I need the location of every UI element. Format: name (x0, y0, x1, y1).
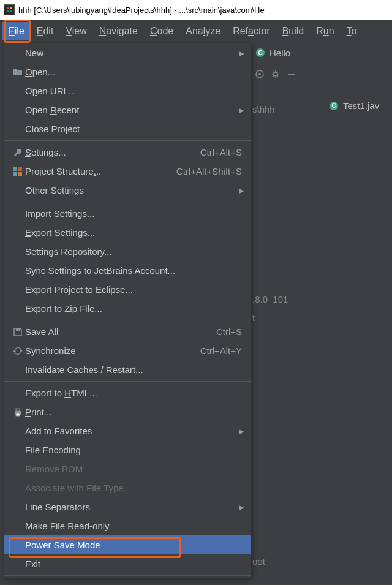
structure-icon (10, 167, 25, 176)
menu-item-label: Synchronize (25, 345, 200, 356)
svg-rect-2 (10, 7, 12, 9)
menu-to[interactable]: To (341, 22, 363, 40)
menu-analyze[interactable]: Analyze (179, 22, 227, 40)
svg-rect-3 (7, 10, 9, 12)
bg-jdk-fragment: .8.0_101 (252, 294, 288, 304)
svg-rect-8 (18, 172, 22, 176)
separator (4, 320, 251, 320)
menu-item-label: Power Save Mode (25, 540, 242, 550)
menu-item-make-file-read-only[interactable]: Make File Read-only (4, 516, 251, 535)
wrench-icon (10, 148, 25, 157)
menu-item-file-encoding[interactable]: File Encoding (4, 440, 251, 459)
menu-item-print[interactable]: Print... (4, 402, 251, 421)
menu-item-label: Export to HTML... (25, 388, 242, 398)
svg-rect-5 (13, 167, 17, 171)
folder-icon (10, 67, 25, 77)
menu-item-label: Exit (25, 559, 242, 569)
app-icon (4, 4, 15, 15)
menu-item-sync-settings-to-jetbrains-account[interactable]: Sync Settings to JetBrains Account... (4, 261, 251, 280)
menu-refactor[interactable]: Refactor (227, 22, 276, 40)
submenu-arrow-icon: ▸ (239, 185, 244, 196)
menu-item-label: Export to Zip File... (25, 303, 242, 314)
menu-item-open-url[interactable]: Open URL... (4, 81, 251, 100)
menu-item-open-recent[interactable]: Open Recent▸ (4, 100, 251, 119)
menu-item-label: Export Project to Eclipse... (25, 284, 242, 295)
menu-item-save-all[interactable]: Save AllCtrl+S (4, 322, 251, 341)
title-bar: hhh [C:\Users\lubingyang\IdeaProjects\hh… (0, 0, 392, 20)
menu-item-label: Print... (25, 407, 242, 417)
menu-build[interactable]: Build (276, 22, 311, 40)
tab-test1[interactable]: Test1.jav (343, 100, 379, 111)
menu-bar: FileEditViewNavigateCodeAnalyzeRefactorB… (0, 20, 392, 43)
menu-item-label: Open Recent (25, 105, 242, 115)
svg-rect-4 (10, 10, 12, 12)
gear-icon[interactable] (271, 69, 281, 79)
print-icon (10, 407, 25, 417)
menu-item-label: Invalidate Caches / Restart... (25, 364, 242, 375)
menu-item-label: Other Settings (25, 185, 242, 195)
menu-run[interactable]: Run (310, 22, 340, 40)
svg-rect-1 (7, 7, 9, 9)
editor-area: C Hello C Test1.jav (251, 43, 392, 585)
menu-view[interactable]: View (59, 22, 92, 40)
bg-fragment: t (252, 312, 255, 323)
submenu-arrow-icon: ▸ (239, 426, 244, 437)
menu-item-settings-repository[interactable]: Settings Repository... (4, 242, 251, 261)
menu-item-add-to-favorites[interactable]: Add to Favorites▸ (4, 421, 251, 440)
menu-item-label: Export Settings... (25, 227, 242, 238)
menu-item-label: File Encoding (25, 445, 242, 455)
svg-rect-11 (16, 409, 20, 411)
menu-item-settings[interactable]: Settings...Ctrl+Alt+S (4, 143, 251, 162)
menu-item-power-save-mode[interactable]: Power Save Mode (4, 535, 251, 554)
shortcut: Ctrl+Alt+Shift+S (176, 166, 242, 176)
menu-item-label: Settings Repository... (25, 246, 242, 257)
menu-item-import-settings[interactable]: Import Settings... (4, 204, 251, 223)
menu-item-label: Save All (25, 326, 216, 337)
menu-item-label: Remove BOM (25, 464, 242, 474)
svg-rect-12 (16, 413, 20, 416)
menu-item-label: Import Settings... (25, 208, 242, 219)
menu-item-synchronize[interactable]: SynchronizeCtrl+Alt+Y (4, 341, 251, 360)
minimize-icon[interactable] (287, 69, 296, 79)
menu-item-invalidate-caches-restart[interactable]: Invalidate Caches / Restart... (4, 360, 251, 379)
svg-rect-0 (6, 6, 13, 13)
class-icon: C (330, 102, 338, 110)
menu-item-line-separators[interactable]: Line Separators▸ (4, 497, 251, 516)
menu-item-label: Open... (25, 67, 242, 77)
tab-hello[interactable]: Hello (270, 48, 290, 58)
menu-item-export-to-zip-file[interactable]: Export to Zip File... (4, 299, 251, 318)
file-menu-dropdown: New▸Open...Open URL...Open Recent▸Close … (4, 43, 251, 578)
menu-item-export-settings[interactable]: Export Settings... (4, 223, 251, 242)
menu-item-exit[interactable]: Exit (4, 554, 251, 573)
menu-item-label: Make File Read-only (25, 521, 242, 531)
menu-item-label: Project Structure... (25, 166, 176, 176)
menu-item-label: Open URL... (25, 86, 242, 96)
separator (4, 381, 251, 382)
submenu-arrow-icon: ▸ (239, 502, 244, 513)
shortcut: Ctrl+Alt+Y (200, 345, 242, 356)
svg-rect-6 (18, 167, 22, 171)
svg-point-15 (274, 72, 277, 76)
shortcut: Ctrl+S (216, 326, 242, 337)
menu-code[interactable]: Code (144, 22, 179, 40)
menu-edit[interactable]: Edit (31, 22, 60, 40)
menu-item-open[interactable]: Open... (4, 62, 251, 81)
svg-rect-9 (16, 328, 20, 331)
menu-item-new[interactable]: New▸ (4, 43, 251, 62)
submenu-arrow-icon: ▸ (239, 48, 244, 59)
menu-item-project-structure[interactable]: Project Structure...Ctrl+Alt+Shift+S (4, 162, 251, 181)
bg-path-fragment: s\hhh (252, 104, 275, 115)
menu-item-other-settings[interactable]: Other Settings▸ (4, 181, 251, 200)
target-icon[interactable] (255, 69, 265, 79)
menu-item-label: Close Project (25, 124, 242, 134)
separator (4, 140, 251, 141)
menu-item-export-project-to-eclipse[interactable]: Export Project to Eclipse... (4, 280, 251, 299)
title-text: hhh [C:\Users\lubingyang\IdeaProjects\hh… (18, 6, 265, 15)
menu-file[interactable]: File (2, 22, 31, 40)
menu-item-associate-with-file-type: Associate with File Type... (4, 478, 251, 497)
shortcut: Ctrl+Alt+S (200, 147, 242, 157)
menu-item-label: Associate with File Type... (25, 483, 242, 493)
menu-navigate[interactable]: Navigate (93, 22, 144, 40)
menu-item-export-to-html[interactable]: Export to HTML... (4, 383, 251, 402)
menu-item-close-project[interactable]: Close Project (4, 119, 251, 138)
